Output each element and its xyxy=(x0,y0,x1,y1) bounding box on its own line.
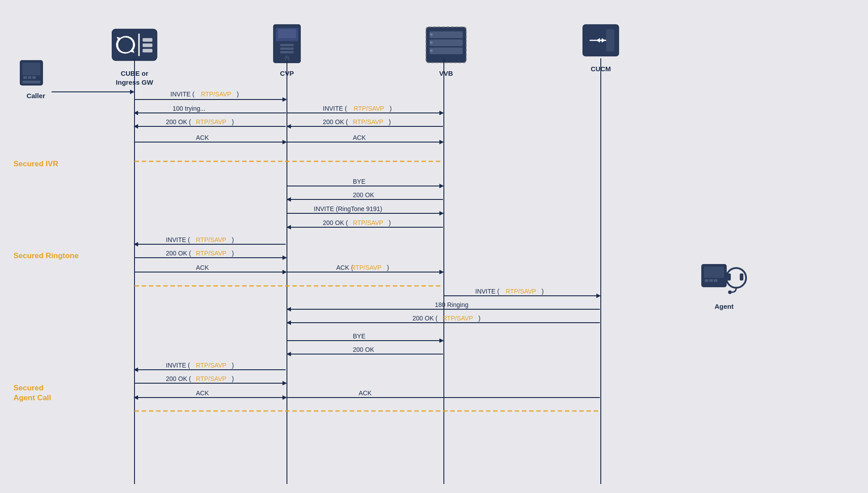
svg-text:INVITE (: INVITE ( xyxy=(166,362,190,369)
svg-rect-14 xyxy=(143,43,152,47)
svg-text:INVITE (RingTone 9191): INVITE (RingTone 9191) xyxy=(314,205,382,212)
caller-icon xyxy=(18,54,54,90)
svg-text:): ) xyxy=(542,288,544,295)
svg-text:): ) xyxy=(232,118,234,125)
svg-text:180 Ringing: 180 Ringing xyxy=(435,301,469,308)
agent-icon xyxy=(699,260,749,300)
actor-agent: Agent xyxy=(699,260,749,311)
svg-text:): ) xyxy=(232,236,234,243)
svg-rect-35 xyxy=(606,29,614,52)
svg-rect-2 xyxy=(23,76,27,79)
svg-text:RTP/SAVP: RTP/SAVP xyxy=(506,288,536,295)
svg-text:ACK: ACK xyxy=(359,389,372,397)
svg-rect-26 xyxy=(430,48,463,54)
svg-text:RTP/SAVP: RTP/SAVP xyxy=(196,118,226,125)
svg-text:): ) xyxy=(390,105,392,112)
svg-text:RTP/SAVP: RTP/SAVP xyxy=(201,91,231,98)
svg-text:ACK (: ACK ( xyxy=(336,264,353,271)
svg-rect-42 xyxy=(727,273,731,281)
svg-text:): ) xyxy=(478,315,481,322)
svg-text:): ) xyxy=(232,375,234,382)
svg-rect-13 xyxy=(143,38,152,42)
svg-text:RTP/SAVP: RTP/SAVP xyxy=(351,264,382,271)
svg-text:200 OK (: 200 OK ( xyxy=(323,118,348,125)
svg-text:): ) xyxy=(389,219,391,226)
agent-label: Agent xyxy=(715,302,734,311)
svg-rect-5 xyxy=(22,81,40,83)
svg-text:RTP/SAVP: RTP/SAVP xyxy=(196,236,226,243)
svg-text:200 OK (: 200 OK ( xyxy=(166,375,191,382)
svg-point-28 xyxy=(430,41,433,44)
svg-text:200 OK: 200 OK xyxy=(353,346,374,353)
lifeline-cucm xyxy=(600,58,601,484)
svg-rect-43 xyxy=(740,273,743,281)
svg-text:RTP/SAVP: RTP/SAVP xyxy=(196,375,226,382)
svg-text:RTP/SAVP: RTP/SAVP xyxy=(196,362,226,369)
lifeline-vvb xyxy=(443,58,444,484)
svg-text:INVITE (: INVITE ( xyxy=(166,236,190,243)
svg-text:200 OK: 200 OK xyxy=(353,191,374,199)
cucm-icon xyxy=(578,22,623,63)
svg-text:200 OK (: 200 OK ( xyxy=(166,118,191,125)
svg-rect-3 xyxy=(28,76,31,79)
actor-caller: Caller xyxy=(18,54,54,100)
svg-text:ACK: ACK xyxy=(196,389,209,397)
svg-text:BYE: BYE xyxy=(353,178,365,185)
svg-rect-39 xyxy=(709,279,713,282)
svg-text:): ) xyxy=(387,264,389,271)
vvb-icon xyxy=(421,22,471,67)
svg-rect-24 xyxy=(430,31,463,38)
svg-text:ACK: ACK xyxy=(196,264,209,271)
svg-text:200 OK (: 200 OK ( xyxy=(412,315,438,322)
svg-rect-15 xyxy=(143,49,152,52)
svg-rect-37 xyxy=(704,267,724,278)
svg-rect-40 xyxy=(714,279,717,282)
svg-point-27 xyxy=(430,33,433,36)
svg-text:): ) xyxy=(232,362,234,369)
svg-point-44 xyxy=(728,290,732,294)
svg-text:): ) xyxy=(237,91,239,98)
svg-text:200 OK (: 200 OK ( xyxy=(166,250,191,257)
svg-text:): ) xyxy=(389,118,391,125)
svg-text:): ) xyxy=(232,250,234,257)
caller-label: Caller xyxy=(26,91,45,100)
svg-point-29 xyxy=(430,49,433,52)
svg-text:INVITE (: INVITE ( xyxy=(475,288,499,295)
svg-rect-4 xyxy=(32,76,36,79)
svg-text:INVITE (: INVITE ( xyxy=(170,91,195,98)
vvb-label: VVB xyxy=(439,69,453,78)
svg-text:RTP/SAVP: RTP/SAVP xyxy=(196,250,226,257)
svg-text:RTP/SAVP: RTP/SAVP xyxy=(354,105,384,112)
svg-text:RTP/SAVP: RTP/SAVP xyxy=(443,315,473,322)
svg-rect-20 xyxy=(280,48,294,50)
svg-rect-19 xyxy=(280,44,294,46)
section-secured-ivr: Secured IVR xyxy=(13,159,58,169)
svg-rect-18 xyxy=(278,29,296,38)
svg-rect-38 xyxy=(705,279,708,282)
svg-text:ACK: ACK xyxy=(196,134,209,141)
svg-rect-1 xyxy=(22,63,40,75)
svg-text:RTP/SAVP: RTP/SAVP xyxy=(353,219,383,226)
section-secured-agent: SecuredAgent Call xyxy=(13,383,72,403)
diagram: Caller CUBE orIngress GW xyxy=(0,0,868,493)
svg-text:200 OK (: 200 OK ( xyxy=(323,219,348,226)
svg-rect-25 xyxy=(430,39,463,46)
svg-text:ACK: ACK xyxy=(353,134,366,141)
caller-arrow xyxy=(52,87,135,96)
lifeline-cube xyxy=(134,58,135,484)
lifeline-cvp xyxy=(286,58,287,484)
svg-rect-21 xyxy=(280,51,294,53)
section-secured-ringtone: Secured Ringtone xyxy=(13,251,78,261)
svg-text:100 trying...: 100 trying... xyxy=(173,105,205,112)
svg-text:BYE: BYE xyxy=(353,333,365,340)
svg-text:INVITE (: INVITE ( xyxy=(323,105,347,112)
actor-vvb: VVB xyxy=(421,22,471,78)
svg-text:RTP/SAVP: RTP/SAVP xyxy=(353,118,383,125)
